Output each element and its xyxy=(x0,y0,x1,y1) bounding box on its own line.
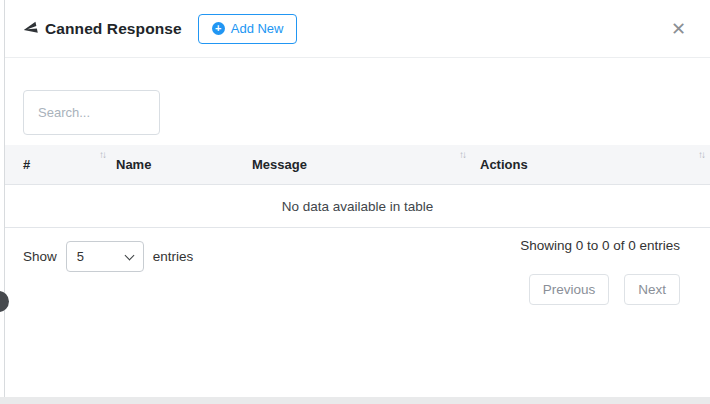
table-info-text: Showing 0 to 0 of 0 entries xyxy=(520,238,680,253)
pagination: Previous Next xyxy=(529,274,680,305)
add-new-label: Add New xyxy=(231,21,284,36)
column-label: # xyxy=(23,157,30,172)
sort-icon: ↑↓ xyxy=(459,149,465,160)
column-header-name[interactable]: Name xyxy=(111,145,246,184)
column-header-actions[interactable]: Actions ↑↓ xyxy=(471,145,710,184)
column-label: Actions xyxy=(480,157,528,172)
modal-header: Canned Response + Add New ✕ xyxy=(5,0,710,58)
close-icon[interactable]: ✕ xyxy=(667,16,690,42)
add-new-button[interactable]: + Add New xyxy=(198,14,298,44)
page-length-select[interactable]: 5 xyxy=(66,241,144,272)
column-label: Name xyxy=(116,157,151,172)
page-length-select-wrap: 5 xyxy=(66,241,144,272)
plus-circle-icon: + xyxy=(212,22,225,35)
sort-icon: ↑↓ xyxy=(99,149,105,160)
show-label: Show xyxy=(23,249,57,264)
modal-panel: Canned Response + Add New ✕ # ↑↓ Name Me… xyxy=(4,0,710,397)
table-empty-row: No data available in table xyxy=(5,184,710,228)
canned-response-modal: Canned Response + Add New ✕ # ↑↓ Name Me… xyxy=(0,0,710,404)
column-label: Message xyxy=(252,157,307,172)
modal-title: Canned Response xyxy=(45,20,182,38)
send-icon xyxy=(22,20,40,38)
column-header-message[interactable]: Message ↑↓ xyxy=(246,145,471,184)
empty-message: No data available in table xyxy=(282,199,434,214)
sort-icon: ↑↓ xyxy=(698,149,704,160)
previous-button[interactable]: Previous xyxy=(529,274,610,305)
entries-label: entries xyxy=(153,249,194,264)
next-button[interactable]: Next xyxy=(624,274,680,305)
column-header-index[interactable]: # ↑↓ xyxy=(5,145,111,184)
page-length-control: Show 5 entries xyxy=(23,241,193,272)
search-input[interactable] xyxy=(23,90,160,135)
table-header-row: # ↑↓ Name Message ↑↓ Actions ↑↓ xyxy=(5,145,710,184)
bottom-bar xyxy=(0,397,710,404)
